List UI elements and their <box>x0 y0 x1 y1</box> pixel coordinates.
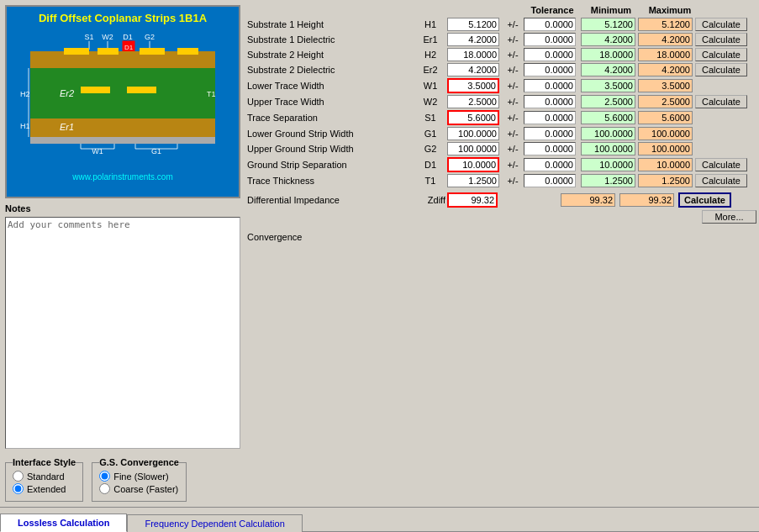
calc-btn-2[interactable]: Calculate <box>695 48 747 61</box>
param-input-3[interactable] <box>447 63 499 76</box>
param-label-6: Trace Separation <box>245 113 414 123</box>
param-input-6[interactable] <box>447 110 499 125</box>
param-tol-5[interactable] <box>524 95 576 108</box>
convergence-label: Convergence <box>247 232 758 242</box>
param-row-2: Substrate 2 Height H2 +/- 18.0000 18.000… <box>245 48 758 61</box>
param-pm-9: +/- <box>502 160 524 170</box>
param-max-8: 100.0000 <box>638 142 693 155</box>
diagram-box: Diff Offset Coplanar Strips 1B1A S1 W2 D… <box>5 5 240 198</box>
calc-btn-3[interactable]: Calculate <box>695 63 747 76</box>
svg-text:D1: D1 <box>123 33 133 41</box>
svg-text:W1: W1 <box>92 147 103 155</box>
param-symbol-3: Er2 <box>414 65 447 75</box>
param-tol-8[interactable] <box>524 142 576 155</box>
param-min-5: 2.5000 <box>581 95 635 108</box>
param-tol-6[interactable] <box>524 111 576 124</box>
tab-lossless-label: Lossless Calculation <box>18 518 109 528</box>
impedance-symbol: Zdiff <box>414 195 447 205</box>
header-tolerance: Tolerance <box>523 5 582 15</box>
params-header: Tolerance Minimum Maximum <box>245 5 758 15</box>
param-pm-8: +/- <box>502 144 524 154</box>
param-row-10: Trace Thickness T1 +/- 1.2500 1.2500 Cal… <box>245 174 758 187</box>
param-max-0: 5.1200 <box>638 18 693 31</box>
svg-text:D1: D1 <box>124 44 134 51</box>
left-panel: Diff Offset Coplanar Strips 1B1A S1 W2 D… <box>5 5 240 502</box>
interface-style-label: Interface Style <box>13 457 76 467</box>
param-symbol-10: T1 <box>414 176 447 186</box>
diagram-url: www.polarinstruments.com <box>72 172 172 182</box>
param-row-7: Lower Ground Strip Width G1 +/- 100.0000… <box>245 127 758 140</box>
param-label-5: Upper Trace Width <box>245 97 414 107</box>
param-label-1: Substrate 1 Dielectric <box>245 34 414 45</box>
param-tol-3[interactable] <box>524 63 576 76</box>
param-max-2: 18.0000 <box>638 48 693 61</box>
param-input-7[interactable] <box>447 127 499 140</box>
calc-btn-9[interactable]: Calculate <box>695 158 747 171</box>
param-max-4: 3.5000 <box>638 79 693 92</box>
notes-textarea[interactable]: Add your comments here <box>5 217 240 449</box>
param-pm-10: +/- <box>502 176 524 186</box>
diagram-title: Diff Offset Coplanar Strips 1B1A <box>39 12 207 24</box>
param-row-1: Substrate 1 Dielectric Er1 +/- 4.2000 4.… <box>245 33 758 46</box>
notes-label: Notes <box>5 203 240 213</box>
controls-row: Interface Style Standard Extended G.S. C… <box>5 457 240 502</box>
param-input-5[interactable] <box>447 95 499 108</box>
tab-lossless[interactable]: Lossless Calculation <box>0 514 127 532</box>
param-label-0: Substrate 1 Height <box>245 19 414 29</box>
svg-rect-13 <box>98 48 119 55</box>
param-tol-7[interactable] <box>524 127 576 140</box>
tab-frequency-label: Frequency Dependent Calculation <box>145 519 284 529</box>
param-tol-10[interactable] <box>524 174 576 187</box>
calc-btn-5[interactable]: Calculate <box>695 95 747 108</box>
param-input-9[interactable] <box>447 157 499 172</box>
impedance-max: 99.32 <box>619 193 674 207</box>
param-input-10[interactable] <box>447 174 499 187</box>
param-label-4: Lower Trace Width <box>245 81 414 91</box>
tab-frequency[interactable]: Frequency Dependent Calculation <box>127 514 302 532</box>
impedance-value[interactable] <box>447 192 498 208</box>
param-tol-0[interactable] <box>524 18 576 31</box>
param-input-2[interactable] <box>447 48 499 61</box>
param-label-9: Ground Strip Separation <box>245 160 414 170</box>
more-button[interactable]: More... <box>702 210 756 224</box>
svg-text:S1: S1 <box>84 33 93 41</box>
param-max-10: 1.2500 <box>638 174 693 187</box>
param-input-0[interactable] <box>447 18 499 31</box>
param-max-5: 2.5000 <box>638 95 693 108</box>
param-row-3: Substrate 2 Dielectric Er2 +/- 4.2000 4.… <box>245 63 758 76</box>
radio-fine-input[interactable] <box>99 471 110 482</box>
interface-style-group: Interface Style Standard Extended <box>5 457 83 502</box>
param-pm-7: +/- <box>502 129 524 139</box>
radio-coarse-input[interactable] <box>99 483 110 494</box>
calc-btn-10[interactable]: Calculate <box>695 174 747 187</box>
param-label-7: Lower Ground Strip Width <box>245 129 414 139</box>
impedance-calc-button[interactable]: Calculate <box>678 192 731 208</box>
param-input-4[interactable] <box>447 78 499 93</box>
svg-rect-12 <box>64 48 89 55</box>
param-tol-9[interactable] <box>524 158 576 171</box>
svg-rect-16 <box>30 68 215 119</box>
param-tol-2[interactable] <box>524 48 576 61</box>
param-input-8[interactable] <box>447 142 499 155</box>
param-pm-6: +/- <box>502 113 524 123</box>
param-input-1[interactable] <box>447 33 499 46</box>
param-tol-4[interactable] <box>524 79 576 92</box>
param-max-9: 10.0000 <box>638 158 693 171</box>
header-maximum: Maximum <box>640 5 699 15</box>
param-symbol-8: G2 <box>414 144 447 154</box>
calc-btn-1[interactable]: Calculate <box>695 33 747 46</box>
param-pm-1: +/- <box>502 34 524 45</box>
param-label-2: Substrate 2 Height <box>245 50 414 60</box>
param-tol-1[interactable] <box>524 33 576 46</box>
calc-btn-0[interactable]: Calculate <box>695 18 747 31</box>
radio-standard-input[interactable] <box>13 471 24 482</box>
radio-extended: Extended <box>13 483 76 494</box>
param-row-0: Substrate 1 Height H1 +/- 5.1200 5.1200 … <box>245 18 758 31</box>
svg-text:Er1: Er1 <box>60 122 74 132</box>
param-row-6: Trace Separation S1 +/- 5.6000 5.6000 <box>245 110 758 125</box>
svg-rect-19 <box>81 87 110 93</box>
radio-coarse-label: Coarse (Faster) <box>113 484 178 494</box>
radio-extended-input[interactable] <box>13 483 24 494</box>
header-minimum: Minimum <box>582 5 640 15</box>
impedance-row: Differential Impedance Zdiff 99.32 99.32… <box>245 192 758 208</box>
